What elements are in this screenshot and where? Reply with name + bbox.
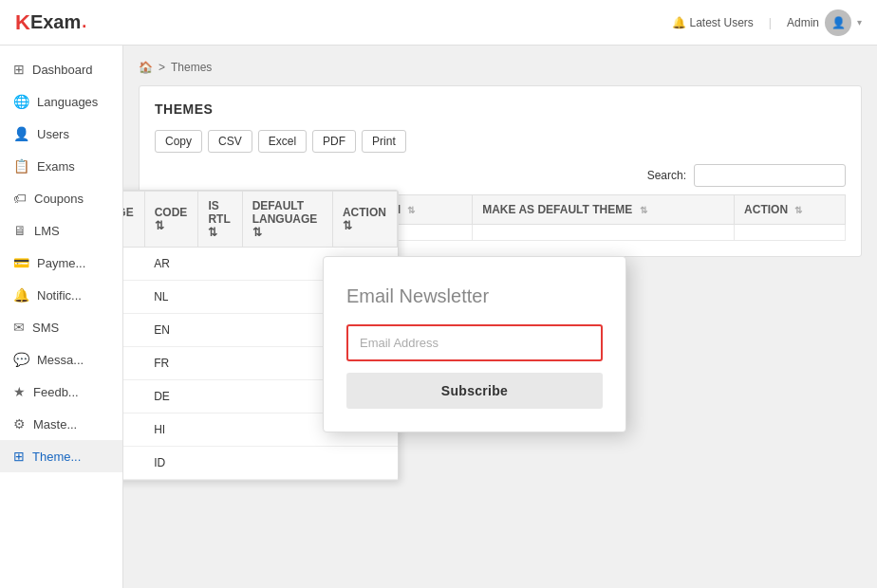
logo-text: Exam bbox=[30, 11, 81, 33]
globe-icon: 🌐 bbox=[13, 94, 29, 109]
sidebar-item-sms[interactable]: ✉ SMS bbox=[0, 311, 122, 343]
search-input[interactable] bbox=[694, 164, 846, 187]
sidebar: ⊞ Dashboard 🌐 Languages 👤 Users 📋 Exams … bbox=[0, 46, 123, 588]
sort-icon: ⇅ bbox=[407, 205, 415, 215]
sidebar-item-notifications[interactable]: 🔔 Notific... bbox=[0, 279, 122, 311]
breadcrumb-current: Themes bbox=[171, 61, 212, 74]
admin-label: Admin bbox=[787, 16, 819, 29]
default-lang-col-header: DEFAULT LANGUAGE ⇅ bbox=[242, 192, 332, 248]
isrtl-cell bbox=[198, 248, 242, 281]
isrtl-cell bbox=[198, 380, 242, 413]
chevron-down-icon: ▾ bbox=[857, 17, 862, 28]
default-lang-cell bbox=[242, 380, 332, 413]
lms-icon: 🖥 bbox=[13, 223, 27, 238]
isrtl-col-header: IS RTL ⇅ bbox=[198, 192, 242, 248]
avatar: 👤 bbox=[825, 9, 851, 36]
isrtl-cell bbox=[198, 447, 242, 480]
sort-icon: ⇅ bbox=[252, 226, 262, 239]
logo: K Exam . bbox=[15, 10, 86, 35]
sidebar-item-users[interactable]: 👤 Users bbox=[0, 118, 122, 150]
email-input[interactable] bbox=[346, 324, 603, 361]
themes-title: THEMES bbox=[155, 101, 846, 117]
search-row: Search: bbox=[155, 164, 846, 187]
home-icon: 🏠 bbox=[139, 61, 153, 74]
code-cell: DE bbox=[144, 380, 198, 413]
action-buttons: Copy CSV Excel PDF Print bbox=[155, 130, 846, 153]
breadcrumb: 🏠 > Themes bbox=[139, 61, 862, 74]
default-theme-header: MAKE AS DEFAULT THEME ⇅ bbox=[473, 195, 735, 225]
user-icon: 👤 bbox=[13, 126, 29, 141]
code-cell: EN bbox=[144, 314, 198, 347]
code-cell: FR bbox=[144, 347, 198, 380]
coupon-icon: 🏷 bbox=[13, 191, 27, 206]
isrtl-cell bbox=[198, 314, 242, 347]
sidebar-item-payments[interactable]: 💳 Payme... bbox=[0, 247, 122, 279]
exam-icon: 📋 bbox=[13, 158, 29, 174]
sidebar-item-label: SMS bbox=[32, 321, 59, 335]
theme-icon: ⊞ bbox=[13, 449, 25, 464]
sidebar-item-label: Messa... bbox=[37, 353, 84, 367]
latest-users[interactable]: 🔔 Latest Users bbox=[672, 16, 754, 29]
sort-icon: ⇅ bbox=[794, 205, 802, 215]
newsletter-modal: Email Newsletter Subscribe bbox=[323, 256, 626, 432]
message-icon: 💬 bbox=[13, 352, 29, 367]
default-lang-cell bbox=[242, 281, 332, 314]
sidebar-item-label: Exams bbox=[37, 159, 75, 174]
bell-icon: 🔔 bbox=[672, 16, 686, 29]
payment-icon: 💳 bbox=[13, 255, 29, 270]
sidebar-item-label: Maste... bbox=[33, 417, 77, 432]
sidebar-item-label: Dashboard bbox=[32, 63, 93, 77]
topbar-right: 🔔 Latest Users | Admin 👤 ▾ bbox=[672, 9, 863, 36]
action-col-header: ACTION ⇅ bbox=[332, 192, 397, 248]
excel-button[interactable]: Excel bbox=[258, 130, 307, 153]
sort-icon: ⇅ bbox=[208, 226, 217, 239]
copy-button[interactable]: Copy bbox=[155, 130, 202, 153]
sidebar-item-dashboard[interactable]: ⊞ Dashboard bbox=[0, 53, 122, 85]
sidebar-item-feedback[interactable]: ★ Feedb... bbox=[0, 376, 122, 408]
sidebar-item-label: Notific... bbox=[37, 288, 82, 303]
sidebar-item-label: Languages bbox=[37, 95, 98, 109]
sidebar-item-label: Payme... bbox=[37, 256, 85, 270]
csv-button[interactable]: CSV bbox=[208, 130, 252, 153]
logo-dot: . bbox=[82, 12, 86, 32]
sms-icon: ✉ bbox=[13, 320, 25, 335]
avatar-icon: 👤 bbox=[831, 16, 846, 29]
subscribe-button[interactable]: Subscribe bbox=[346, 373, 603, 409]
default-lang-cell bbox=[242, 447, 332, 480]
code-cell: ID bbox=[144, 447, 198, 480]
sidebar-item-coupons[interactable]: 🏷 Coupons bbox=[0, 182, 122, 214]
code-cell: NL bbox=[144, 281, 198, 314]
sidebar-item-label: Feedb... bbox=[33, 385, 79, 399]
sidebar-item-label: Theme... bbox=[32, 450, 81, 464]
search-label: Search: bbox=[647, 169, 686, 182]
code-cell: AR bbox=[144, 248, 198, 281]
admin-area[interactable]: Admin 👤 ▾ bbox=[787, 9, 862, 36]
action-header: ACTION ⇅ bbox=[735, 195, 846, 225]
sidebar-item-exams[interactable]: 📋 Exams bbox=[0, 150, 122, 182]
notification-icon: 🔔 bbox=[13, 287, 29, 303]
sidebar-item-label: Users bbox=[37, 127, 69, 141]
isrtl-cell bbox=[198, 281, 242, 314]
latest-users-label: Latest Users bbox=[690, 16, 754, 29]
settings-icon: ⚙ bbox=[13, 416, 26, 432]
default-lang-cell bbox=[242, 248, 332, 281]
sidebar-item-lms[interactable]: 🖥 LMS bbox=[0, 214, 122, 247]
sidebar-item-master[interactable]: ⚙ Maste... bbox=[0, 408, 122, 440]
feedback-icon: ★ bbox=[13, 384, 26, 399]
sidebar-item-label: LMS bbox=[34, 224, 60, 238]
sort-icon: ⇅ bbox=[343, 219, 352, 232]
dashboard-icon: ⊞ bbox=[13, 62, 25, 77]
default-lang-cell bbox=[242, 413, 332, 447]
sidebar-item-messages[interactable]: 💬 Messa... bbox=[0, 343, 122, 376]
sort-icon: ⇅ bbox=[640, 205, 647, 215]
pdf-button[interactable]: PDF bbox=[312, 130, 356, 153]
sidebar-item-label: Coupons bbox=[34, 192, 84, 206]
print-button[interactable]: Print bbox=[362, 130, 406, 153]
sidebar-item-languages[interactable]: 🌐 Languages bbox=[0, 85, 122, 118]
default-lang-cell bbox=[242, 314, 332, 347]
topbar: K Exam . 🔔 Latest Users | Admin 👤 ▾ bbox=[0, 0, 877, 46]
sidebar-item-themes[interactable]: ⊞ Theme... bbox=[0, 440, 122, 472]
code-col-header: CODE ⇅ bbox=[144, 192, 198, 248]
default-lang-cell bbox=[242, 347, 332, 380]
isrtl-cell bbox=[198, 347, 242, 380]
